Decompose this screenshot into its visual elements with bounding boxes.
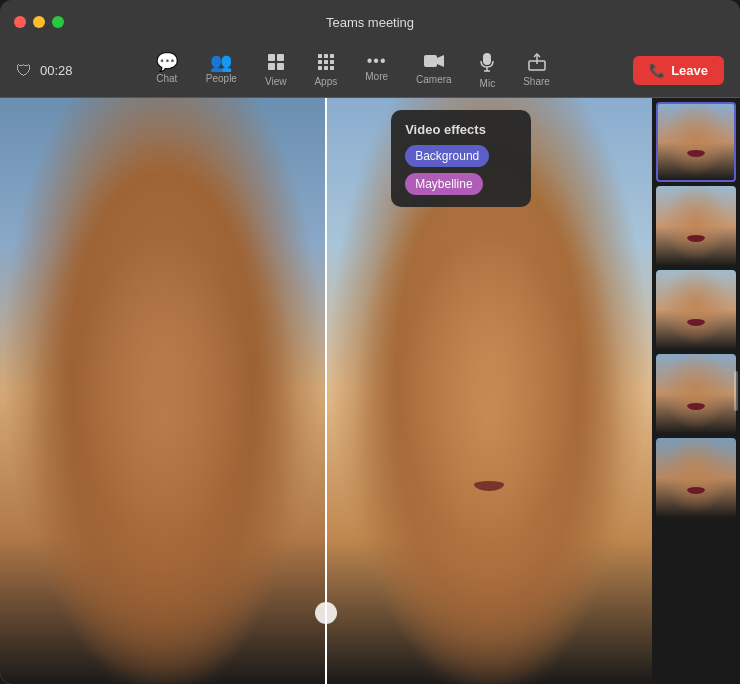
svg-rect-1 xyxy=(277,54,284,61)
traffic-lights xyxy=(14,16,64,28)
svg-rect-4 xyxy=(318,54,322,58)
video-left-panel xyxy=(0,98,326,684)
toolbar-view[interactable]: View xyxy=(251,47,301,95)
toolbar-people[interactable]: 👥 People xyxy=(192,47,251,95)
svg-rect-7 xyxy=(318,60,322,64)
svg-rect-11 xyxy=(324,66,328,70)
svg-rect-3 xyxy=(277,63,284,70)
toolbar: 🛡 00:28 💬 Chat 👥 People xyxy=(0,44,740,98)
thumb-1-overlay xyxy=(658,104,734,180)
effects-panel: Video effects Background Maybelline xyxy=(391,110,531,207)
mic-label: Mic xyxy=(480,78,496,89)
view-label: View xyxy=(265,76,287,87)
tab-maybelline[interactable]: Maybelline xyxy=(405,173,482,195)
tab-background[interactable]: Background xyxy=(405,145,489,167)
toolbar-right: 📞 Leave xyxy=(633,56,724,85)
scrollbar-indicator xyxy=(734,371,738,411)
thumb-4-overlay xyxy=(656,354,736,434)
video-split: Video effects Background Maybelline xyxy=(0,98,652,684)
toolbar-camera[interactable]: Camera xyxy=(402,47,466,95)
svg-rect-0 xyxy=(268,54,275,61)
effects-title: Video effects xyxy=(405,122,517,137)
effects-tabs: Background Maybelline xyxy=(405,145,517,195)
sidebar-thumbnails xyxy=(652,98,740,684)
svg-rect-10 xyxy=(318,66,322,70)
share-label: Share xyxy=(523,76,550,87)
svg-rect-2 xyxy=(268,63,275,70)
app-window: Teams meeting 🛡 00:28 💬 Chat 👥 People xyxy=(0,0,740,684)
shield-icon: 🛡 xyxy=(16,62,32,80)
thumb-3-overlay xyxy=(656,270,736,350)
close-button[interactable] xyxy=(14,16,26,28)
split-handle[interactable] xyxy=(315,602,337,624)
svg-rect-13 xyxy=(424,55,437,67)
video-area: Video effects Background Maybelline xyxy=(0,98,652,684)
toolbar-more[interactable]: ••• More xyxy=(351,47,402,95)
svg-rect-8 xyxy=(324,60,328,64)
toolbar-chat[interactable]: 💬 Chat xyxy=(142,47,192,95)
toolbar-mic[interactable]: Mic xyxy=(466,47,510,95)
chat-icon: 💬 xyxy=(156,53,178,71)
thumbnail-2[interactable] xyxy=(656,186,736,266)
titlebar: Teams meeting xyxy=(0,0,740,44)
svg-rect-6 xyxy=(330,54,334,58)
thumbnail-3[interactable] xyxy=(656,270,736,350)
more-icon: ••• xyxy=(367,53,387,69)
people-icon: 👥 xyxy=(210,53,232,71)
thumbnail-4[interactable] xyxy=(656,354,736,434)
thumbnail-5[interactable] xyxy=(656,438,736,518)
svg-rect-15 xyxy=(483,53,491,65)
leave-phone-icon: 📞 xyxy=(649,63,665,78)
minimize-button[interactable] xyxy=(33,16,45,28)
svg-marker-14 xyxy=(437,55,444,67)
maximize-button[interactable] xyxy=(52,16,64,28)
camera-icon xyxy=(424,53,444,72)
camera-label: Camera xyxy=(416,74,452,85)
chat-label: Chat xyxy=(156,73,177,84)
mic-icon xyxy=(480,53,494,76)
leave-button[interactable]: 📞 Leave xyxy=(633,56,724,85)
toolbar-center: 💬 Chat 👥 People View xyxy=(73,47,634,95)
more-label: More xyxy=(365,71,388,82)
toolbar-apps[interactable]: Apps xyxy=(300,47,351,95)
apps-icon xyxy=(317,53,335,74)
thumb-5-overlay xyxy=(656,438,736,518)
svg-rect-12 xyxy=(330,66,334,70)
toolbar-left: 🛡 00:28 xyxy=(16,62,73,80)
split-line xyxy=(325,98,327,684)
window-title: Teams meeting xyxy=(326,15,414,30)
call-timer: 00:28 xyxy=(40,63,73,78)
toolbar-share[interactable]: Share xyxy=(509,47,564,95)
apps-label: Apps xyxy=(314,76,337,87)
svg-rect-9 xyxy=(330,60,334,64)
people-label: People xyxy=(206,73,237,84)
svg-rect-5 xyxy=(324,54,328,58)
skin-overlay-left xyxy=(0,98,326,684)
share-icon xyxy=(528,53,546,74)
view-icon xyxy=(267,53,285,74)
main-content: Video effects Background Maybelline xyxy=(0,98,740,684)
leave-label: Leave xyxy=(671,63,708,78)
thumb-2-overlay xyxy=(656,186,736,266)
thumbnail-1[interactable] xyxy=(656,102,736,182)
